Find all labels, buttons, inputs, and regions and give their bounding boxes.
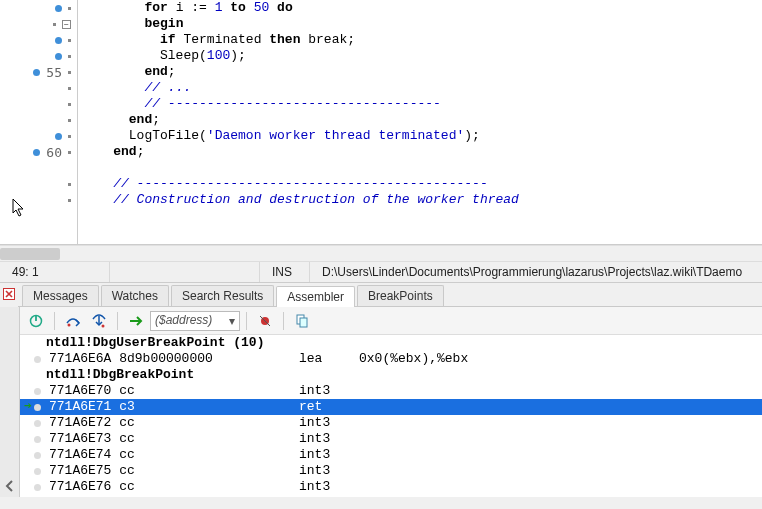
asm-instruction-row[interactable]: 771A6E75 ccint3: [20, 463, 762, 479]
asm-row-marker-icon: [34, 388, 41, 395]
change-marker-icon: [68, 87, 71, 90]
copy-button[interactable]: [290, 310, 314, 332]
step-into-button[interactable]: [87, 310, 111, 332]
gutter-row[interactable]: [0, 192, 77, 208]
change-marker-icon: [68, 39, 71, 42]
breakpoint-dot-icon[interactable]: [55, 37, 62, 44]
gutter-row[interactable]: [0, 112, 77, 128]
code-line[interactable]: begin: [82, 16, 762, 32]
change-marker-icon: [68, 151, 71, 154]
code-line[interactable]: end;: [82, 112, 762, 128]
asm-row-marker-icon: [34, 356, 41, 363]
svg-rect-8: [300, 318, 307, 327]
change-marker-icon: [68, 7, 71, 10]
gutter-row[interactable]: [0, 32, 77, 48]
assembler-toolbar: ($address): [20, 307, 762, 335]
change-marker-icon: [68, 119, 71, 122]
tab-watches[interactable]: Watches: [101, 285, 169, 306]
svg-point-5: [102, 324, 105, 327]
gutter-row[interactable]: [0, 176, 77, 192]
asm-row-marker-icon: [34, 468, 41, 475]
line-number: 60: [46, 145, 62, 160]
editor-gutter[interactable]: −5560: [0, 0, 78, 244]
breakpoint-dot-icon[interactable]: [55, 53, 62, 60]
gutter-row[interactable]: [0, 96, 77, 112]
asm-symbol-header[interactable]: ntdll!DbgBreakPoint: [20, 367, 762, 383]
toggle-breakpoint-button[interactable]: [253, 310, 277, 332]
change-marker-icon: [68, 71, 71, 74]
panel-left-strip: [0, 307, 20, 497]
change-marker-icon: [68, 183, 71, 186]
code-line[interactable]: Sleep(100);: [82, 48, 762, 64]
status-cursor-pos: 49: 1: [0, 262, 110, 282]
tab-messages[interactable]: Messages: [22, 285, 99, 306]
code-line[interactable]: // ...: [82, 80, 762, 96]
asm-row-marker-icon: [34, 404, 41, 411]
code-line[interactable]: // -------------------------------------…: [82, 176, 762, 192]
code-line[interactable]: if Terminated then break;: [82, 32, 762, 48]
step-over-button[interactable]: [61, 310, 85, 332]
gutter-row[interactable]: [0, 80, 77, 96]
fold-toggle-icon[interactable]: −: [62, 20, 71, 29]
svg-point-3: [68, 323, 71, 326]
asm-row-marker-icon: [34, 452, 41, 459]
editor-code[interactable]: for i := 1 to 50 do begin if Terminated …: [78, 0, 762, 244]
close-panel-button[interactable]: [0, 283, 18, 305]
collapse-left-icon[interactable]: [3, 479, 17, 493]
change-marker-icon: [68, 55, 71, 58]
asm-instruction-row[interactable]: 771A6E73 ccint3: [20, 431, 762, 447]
asm-row-marker-icon: [34, 484, 41, 491]
change-marker-icon: [68, 103, 71, 106]
gutter-row[interactable]: [0, 0, 77, 16]
gutter-row[interactable]: [0, 128, 77, 144]
line-number: 55: [46, 65, 62, 80]
bottom-tabstrip: MessagesWatchesSearch ResultsAssemblerBr…: [18, 283, 762, 307]
asm-row-marker-icon: [34, 420, 41, 427]
assembler-panel: ($address) ntdll!DbgUserBreakPoint (10)7…: [0, 307, 762, 497]
code-line[interactable]: // Construction and destruction of the w…: [82, 192, 762, 208]
gutter-row[interactable]: −: [0, 16, 77, 32]
breakpoint-dot-icon[interactable]: [33, 149, 40, 156]
breakpoint-dot-icon[interactable]: [55, 133, 62, 140]
tab-search-results[interactable]: Search Results: [171, 285, 274, 306]
status-bar: 49: 1 INS D:\Users\Linder\Documents\Prog…: [0, 261, 762, 283]
editor-pane: −5560 for i := 1 to 50 do begin if Termi…: [0, 0, 762, 245]
code-line[interactable]: end;: [82, 144, 762, 160]
power-button[interactable]: [24, 310, 48, 332]
gutter-row[interactable]: [0, 160, 77, 176]
address-combo[interactable]: ($address): [150, 311, 240, 331]
goto-current-button[interactable]: [124, 310, 148, 332]
change-marker-icon: [68, 135, 71, 138]
code-line[interactable]: end;: [82, 64, 762, 80]
asm-instruction-row[interactable]: 771A6E6A 8d9b00000000lea0x0(%ebx),%ebx: [20, 351, 762, 367]
gutter-row[interactable]: [0, 48, 77, 64]
code-line[interactable]: LogToFile('Daemon worker thread terminat…: [82, 128, 762, 144]
status-file-path: D:\Users\Linder\Documents\Programmierung…: [310, 262, 762, 282]
current-instruction-arrow-icon: ➔: [24, 399, 34, 415]
editor-horizontal-scrollbar[interactable]: [0, 245, 762, 261]
status-modified: [110, 262, 260, 282]
gutter-row[interactable]: 55: [0, 64, 77, 80]
asm-instruction-row[interactable]: 771A6E76 ccint3: [20, 479, 762, 495]
breakpoint-dot-icon[interactable]: [55, 5, 62, 12]
code-line[interactable]: [82, 160, 762, 176]
asm-instruction-row[interactable]: 771A6E70 ccint3: [20, 383, 762, 399]
change-marker-icon: [53, 23, 56, 26]
code-line[interactable]: for i := 1 to 50 do: [82, 0, 762, 16]
asm-symbol-header[interactable]: ntdll!DbgUserBreakPoint (10): [20, 335, 762, 351]
gutter-row[interactable]: 60: [0, 144, 77, 160]
code-line[interactable]: // -----------------------------------: [82, 96, 762, 112]
assembler-listing[interactable]: ntdll!DbgUserBreakPoint (10)771A6E6A 8d9…: [20, 335, 762, 497]
asm-instruction-row[interactable]: ➔771A6E71 c3ret: [20, 399, 762, 415]
tab-assembler[interactable]: Assembler: [276, 286, 355, 307]
asm-row-marker-icon: [34, 436, 41, 443]
asm-instruction-row[interactable]: 771A6E74 ccint3: [20, 447, 762, 463]
change-marker-icon: [68, 199, 71, 202]
tab-breakpoints[interactable]: BreakPoints: [357, 285, 444, 306]
breakpoint-dot-icon[interactable]: [33, 69, 40, 76]
status-insert-mode: INS: [260, 262, 310, 282]
asm-instruction-row[interactable]: 771A6E72 ccint3: [20, 415, 762, 431]
